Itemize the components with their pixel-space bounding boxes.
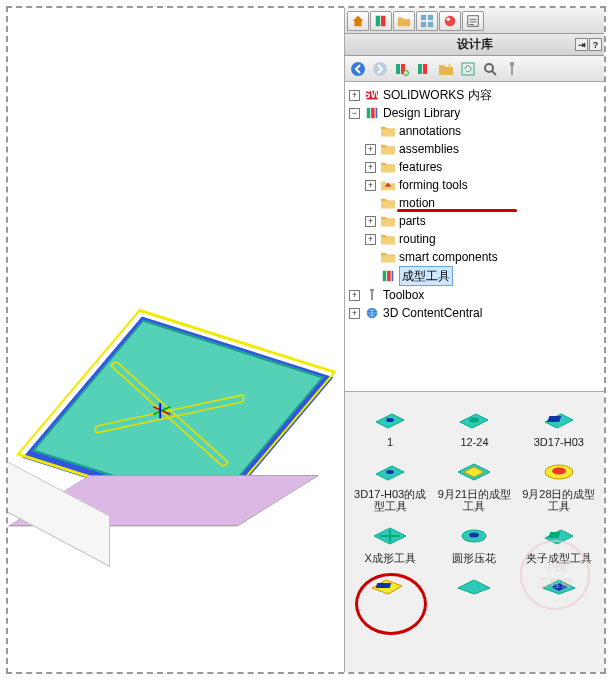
tree-node-routing[interactable]: +routing xyxy=(347,230,602,248)
pane-title: 设计库 xyxy=(457,36,493,53)
expand-icon[interactable]: + xyxy=(365,162,376,173)
svg-rect-11 xyxy=(396,64,400,74)
item-thumb xyxy=(366,404,414,432)
svg-rect-27 xyxy=(392,271,394,282)
tree-selected-label: 成型工具 xyxy=(399,266,453,286)
svg-rect-22 xyxy=(367,108,371,119)
folder-icon xyxy=(380,231,396,247)
svg-point-34 xyxy=(469,418,479,423)
pane-title-bar: 设计库 ⇥ ? xyxy=(345,34,604,56)
svg-rect-16 xyxy=(462,63,474,75)
svg-point-32 xyxy=(386,418,394,422)
tree-node-design-library[interactable]: − Design Library xyxy=(347,104,602,122)
svg-marker-50 xyxy=(458,580,490,594)
tree-node-toolbox[interactable]: + Toolbox xyxy=(347,286,602,304)
library-item[interactable] xyxy=(433,570,515,606)
item-thumb xyxy=(450,520,498,548)
svg-point-6 xyxy=(445,15,456,26)
back-button[interactable] xyxy=(349,60,367,78)
expand-icon[interactable]: + xyxy=(349,90,360,101)
new-folder-button[interactable] xyxy=(437,60,455,78)
item-thumb xyxy=(450,456,498,484)
toolbox-icon xyxy=(364,287,380,303)
svg-rect-14 xyxy=(418,64,422,74)
tab-appearances[interactable] xyxy=(439,11,461,31)
library-item[interactable] xyxy=(349,570,431,606)
svg-point-45 xyxy=(469,533,479,538)
item-thumb xyxy=(450,404,498,432)
svg-text:SW: SW xyxy=(365,88,379,100)
library-item[interactable]: 12-24 xyxy=(433,402,515,450)
expand-icon[interactable]: + xyxy=(349,308,360,319)
svg-point-38 xyxy=(386,470,394,474)
add-location-button[interactable] xyxy=(393,60,411,78)
tree-node-smart-components[interactable]: smart components xyxy=(347,248,602,266)
library-item[interactable] xyxy=(518,570,600,606)
library-item[interactable]: 9月21日的成型工具 xyxy=(433,454,515,514)
help-button[interactable]: ? xyxy=(589,38,602,51)
tab-home[interactable] xyxy=(347,11,369,31)
svg-rect-49 xyxy=(376,583,392,588)
svg-point-10 xyxy=(373,62,387,76)
expand-icon[interactable]: + xyxy=(365,216,376,227)
tree-node-solidworks-content[interactable]: + SW SOLIDWORKS 内容 xyxy=(347,86,602,104)
tab-design-library[interactable] xyxy=(370,11,392,31)
tree-node-parts[interactable]: +parts xyxy=(347,212,602,230)
svg-rect-3 xyxy=(428,14,433,19)
svg-rect-25 xyxy=(383,271,387,282)
search-button[interactable] xyxy=(481,60,499,78)
expand-icon[interactable]: + xyxy=(365,234,376,245)
tree-node-motion[interactable]: motion xyxy=(347,194,602,212)
library-item[interactable]: 1 xyxy=(349,402,431,450)
item-thumb xyxy=(450,572,498,600)
library-item[interactable]: 圆形压花 xyxy=(433,518,515,566)
item-label: X成形工具 xyxy=(364,552,415,564)
item-label: 9月28日的成型工具 xyxy=(520,488,598,512)
item-label: 3D17-H03的成型工具 xyxy=(351,488,429,512)
svg-rect-5 xyxy=(428,21,433,26)
expand-icon[interactable]: + xyxy=(365,144,376,155)
library-item[interactable]: 9月28日的成型工具 xyxy=(518,454,600,514)
tree-node-features[interactable]: +features xyxy=(347,158,602,176)
svg-rect-19 xyxy=(511,66,513,75)
folder-icon xyxy=(380,123,396,139)
autohide-button[interactable]: ⇥ xyxy=(575,38,588,51)
library-toolbar xyxy=(345,56,604,82)
sw-icon: SW xyxy=(364,87,380,103)
forward-button[interactable] xyxy=(371,60,389,78)
refresh-button[interactable] xyxy=(459,60,477,78)
tab-view-palette[interactable] xyxy=(416,11,438,31)
tree-node-forming-tools-cn[interactable]: 成型工具 xyxy=(347,266,602,286)
expand-icon[interactable]: + xyxy=(349,290,360,301)
item-label: 3D17-H03 xyxy=(534,436,584,448)
expand-icon[interactable]: + xyxy=(365,180,376,191)
model-preview xyxy=(8,270,343,627)
folder-icon xyxy=(380,249,396,265)
collapse-icon[interactable]: − xyxy=(349,108,360,119)
library-tree[interactable]: + SW SOLIDWORKS 内容 − Design Library anno… xyxy=(345,82,604,392)
tree-node-3dcc[interactable]: + 3D ContentCentral xyxy=(347,304,602,322)
item-thumb xyxy=(366,520,414,548)
library-item[interactable]: 3D17-H03 xyxy=(518,402,600,450)
item-thumb xyxy=(366,572,414,600)
library-item[interactable]: X成形工具 xyxy=(349,518,431,566)
tab-custom-props[interactable] xyxy=(462,11,484,31)
tree-node-forming-tools[interactable]: +forming tools xyxy=(347,176,602,194)
svg-point-7 xyxy=(447,17,451,21)
forming-icon xyxy=(380,177,396,193)
svg-rect-26 xyxy=(387,271,391,282)
svg-rect-15 xyxy=(423,64,427,74)
tab-file-explorer[interactable] xyxy=(393,11,415,31)
svg-point-42 xyxy=(552,468,566,475)
library-content[interactable]: 112-243D17-H033D17-H03的成型工具9月21日的成型工具9月2… xyxy=(345,392,604,672)
tree-node-annotations[interactable]: annotations xyxy=(347,122,602,140)
graphics-viewport[interactable] xyxy=(8,8,343,672)
library-item[interactable]: 3D17-H03的成型工具 xyxy=(349,454,431,514)
svg-rect-2 xyxy=(421,14,426,19)
add-folder-button[interactable] xyxy=(415,60,433,78)
library-item[interactable]: 夹子成型工具 xyxy=(518,518,600,566)
svg-rect-4 xyxy=(421,21,426,26)
toolbox-config-button[interactable] xyxy=(503,60,521,78)
tree-node-assemblies[interactable]: +assemblies xyxy=(347,140,602,158)
folder-icon xyxy=(380,141,396,157)
